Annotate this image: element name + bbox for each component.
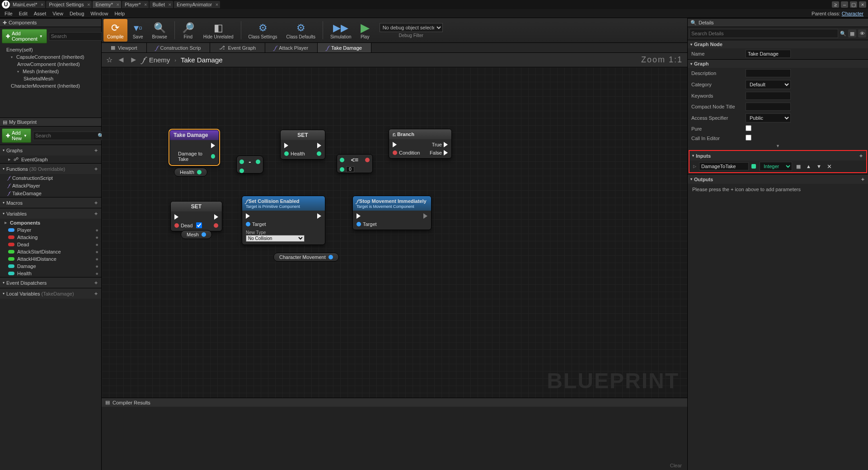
property-matrix-icon[interactable]: ▦ (848, 29, 856, 38)
keywords-input[interactable] (746, 92, 791, 100)
class-settings-button[interactable]: ⚙Class Settings (245, 19, 281, 42)
title-tab[interactable]: MainLevel*× (10, 1, 45, 8)
variable-item[interactable]: Attacking● (0, 234, 101, 241)
minimize-icon[interactable]: – (841, 1, 848, 8)
node-stop-movement[interactable]: 𝑓 Stop Movement ImmediatelyTarget is Mov… (352, 196, 432, 230)
category-select[interactable]: Default (746, 80, 791, 89)
tab-construction[interactable]: 𝑓Construction Scrip (147, 43, 211, 52)
outputs-section[interactable]: ▾Outputs＋ (688, 174, 868, 184)
compile-button[interactable]: ⟳Compile (103, 19, 127, 42)
function-item[interactable]: 𝑓ConstructionScript (0, 174, 101, 182)
eye-icon[interactable]: ● (95, 263, 99, 269)
node-character-movement-get[interactable]: Character Movement (273, 253, 339, 262)
variable-item[interactable]: Player● (0, 226, 101, 234)
title-tab[interactable]: Bullet× (150, 1, 173, 8)
hide-unrelated-button[interactable]: ◧Hide Unrelated (200, 19, 237, 42)
compact-title-input[interactable] (746, 103, 791, 111)
variables-section-header[interactable]: ▾Variables＋ (0, 208, 101, 219)
variable-item[interactable]: Damage● (0, 263, 101, 270)
component-item[interactable]: ArrowComponent (Inherited) (2, 61, 99, 68)
class-defaults-button[interactable]: ⚙Class Defaults (282, 19, 319, 42)
node-set-collision[interactable]: 𝑓 Set Collision EnabledTarget is Primiti… (242, 196, 325, 245)
graph-node-section[interactable]: ▾Graph Node (688, 40, 868, 48)
param-grid-icon[interactable]: ▦ (795, 164, 802, 169)
dispatchers-section-header[interactable]: ▾Event Dispatchers＋ (0, 277, 101, 288)
collision-type-select[interactable]: No Collision (246, 235, 305, 242)
title-tab[interactable]: Enemy*× (93, 1, 121, 8)
add-output-button[interactable]: ＋ (860, 176, 865, 183)
description-input[interactable] (746, 69, 791, 77)
my-blueprint-tab[interactable]: ▤ My Blueprint (0, 118, 101, 127)
title-tab[interactable]: EnemyAnimator× (174, 1, 220, 8)
component-item[interactable]: SkeletalMesh (2, 75, 99, 82)
maximize-icon[interactable]: ▢ (850, 1, 857, 8)
graphs-section-header[interactable]: ▾Graphs＋ (0, 145, 101, 155)
eye-icon[interactable]: ● (95, 249, 99, 254)
eye-icon[interactable]: ● (95, 227, 99, 233)
play-button[interactable]: ▶Play (357, 19, 373, 42)
details-tab[interactable]: 🔍 Details (688, 18, 868, 27)
function-item[interactable]: 𝑓AttackPlayer (0, 182, 101, 189)
delete-param-icon[interactable]: ✕ (826, 163, 833, 170)
node-take-damage[interactable]: Take Damage Damage to Take (169, 130, 219, 165)
call-in-editor-checkbox[interactable] (746, 135, 751, 141)
component-item[interactable]: ▾CapsuleComponent (Inherited) (2, 53, 99, 61)
node-set-health[interactable]: SET Health (280, 130, 325, 160)
graph-item[interactable]: ▸☍ EventGraph (0, 155, 101, 163)
component-item[interactable]: ▾Mesh (Inherited) (2, 68, 99, 75)
simulation-button[interactable]: ▶▶Simulation (327, 19, 355, 42)
tab-viewport[interactable]: ▦Viewport (102, 43, 147, 52)
node-subtract[interactable]: - (236, 155, 263, 174)
add-local-button[interactable]: ＋ (94, 290, 99, 297)
functions-section-header[interactable]: ▾Functions (30 Overridable)＋ (0, 164, 101, 174)
variable-item[interactable]: Dead● (0, 241, 101, 248)
eye-icon[interactable]: ● (95, 256, 99, 262)
details-search-input[interactable] (690, 29, 838, 38)
tab-attackplayer[interactable]: 𝑓Attack Player (265, 43, 318, 52)
title-tab[interactable]: Project Settings× (46, 1, 92, 8)
param-type-select[interactable]: Integer (760, 162, 792, 171)
nav-forward-icon[interactable]: ► (130, 55, 138, 65)
add-new-button[interactable]: ✚Add New▼ (2, 128, 31, 143)
function-item[interactable]: 𝑓TakeDamage (0, 189, 101, 197)
menu-asset[interactable]: Asset (34, 11, 47, 16)
add-input-button[interactable]: ＋ (859, 152, 863, 159)
param-name-input[interactable] (699, 162, 749, 170)
title-tab[interactable]: Player*× (122, 1, 149, 8)
inputs-section[interactable]: ▾Inputs＋ (690, 151, 866, 160)
eye-icon[interactable]: ● (95, 271, 99, 276)
nav-back-icon[interactable]: ◄ (117, 55, 125, 65)
graph-section[interactable]: ▾Graph (688, 60, 868, 68)
component-self[interactable]: Enemy(self) (2, 46, 99, 53)
eye-icon[interactable]: ● (95, 242, 99, 247)
menu-window[interactable]: Window (90, 11, 108, 16)
move-up-icon[interactable]: ▲ (805, 164, 812, 169)
visibility-icon[interactable]: 👁 (858, 29, 866, 38)
variable-item[interactable]: AttackHitDistance● (0, 255, 101, 263)
menu-debug[interactable]: Debug (70, 11, 84, 16)
node-name-input[interactable] (746, 50, 791, 58)
variable-item[interactable]: Health● (0, 270, 101, 277)
node-mesh-get[interactable]: Mesh (181, 230, 212, 239)
node-less-equal[interactable]: <= (337, 154, 373, 173)
breadcrumb-root[interactable]: Enemy (149, 56, 170, 64)
menu-edit[interactable]: Edit (19, 11, 28, 16)
variable-subgroup[interactable]: ▸Components (0, 219, 101, 226)
clear-button[interactable]: Clear (670, 463, 682, 468)
console-icon[interactable]: ≥ (832, 1, 839, 8)
access-select[interactable]: Public (746, 113, 791, 122)
add-function-button[interactable]: ＋ (94, 165, 99, 172)
blueprint-graph[interactable]: Take Damage Damage to Take SET Health He… (102, 67, 687, 398)
add-dispatcher-button[interactable]: ＋ (94, 279, 99, 286)
component-item[interactable]: CharacterMovement (Inherited) (2, 82, 99, 89)
add-macro-button[interactable]: ＋ (94, 199, 99, 206)
menu-view[interactable]: View (52, 11, 63, 16)
browse-button[interactable]: 🔍Browse (148, 19, 170, 42)
move-down-icon[interactable]: ▼ (815, 164, 823, 169)
macros-section-header[interactable]: ▾Macros＋ (0, 197, 101, 208)
dead-checkbox[interactable] (196, 222, 202, 228)
expand-arrow-icon[interactable]: ▼ (688, 143, 868, 149)
components-tab[interactable]: ✚ Components (0, 18, 101, 27)
node-health-get[interactable]: Health (174, 168, 207, 177)
tab-takedamage[interactable]: 𝑓Take Damage (318, 43, 371, 52)
